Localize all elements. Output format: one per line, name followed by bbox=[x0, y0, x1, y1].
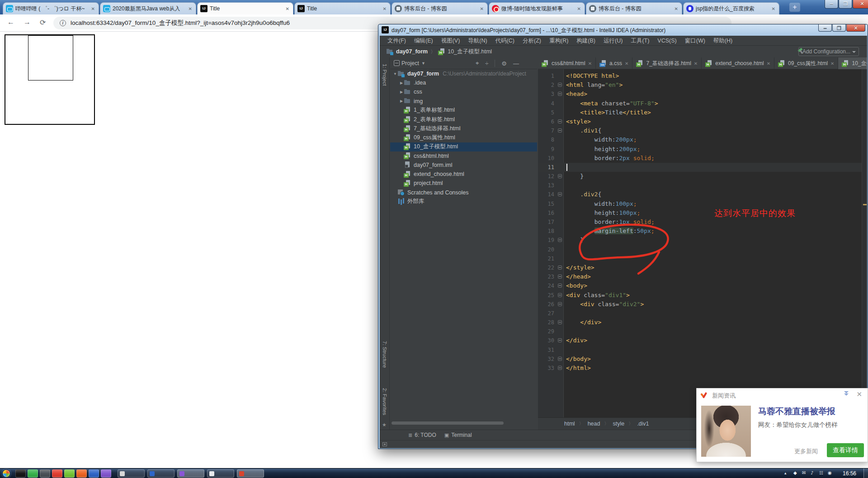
app-blue-taskbar-icon[interactable] bbox=[89, 469, 99, 478]
taskbar-window-button[interactable] bbox=[118, 469, 145, 478]
editor-tab[interactable]: extend_choose.html✕ bbox=[702, 57, 774, 69]
menu-item[interactable]: 代码(C) bbox=[491, 36, 519, 46]
code-line[interactable]: .div2{ bbox=[566, 190, 658, 199]
menu-item[interactable]: 视图(V) bbox=[437, 36, 464, 46]
tab-close-icon[interactable]: ✕ bbox=[694, 61, 698, 66]
code-line[interactable]: border:1px solid; bbox=[566, 218, 658, 227]
tree-row[interactable]: 10_盒子模型.html bbox=[390, 142, 537, 151]
tree-expander-icon[interactable]: ▶ bbox=[399, 99, 404, 103]
minimize-button[interactable]: ─ bbox=[825, 0, 838, 9]
code-line[interactable]: } bbox=[566, 172, 658, 181]
tab-close-icon[interactable]: ✕ bbox=[588, 61, 592, 66]
back-icon[interactable]: ← bbox=[7, 18, 14, 26]
tab-close-icon[interactable]: ✕ bbox=[90, 5, 96, 12]
app-red-taskbar-icon[interactable] bbox=[52, 469, 62, 478]
more-news-link[interactable]: 更多新闻 bbox=[794, 447, 818, 455]
news-title[interactable]: 马蓉不雅直播被举报 bbox=[758, 406, 835, 417]
code-line[interactable]: </html> bbox=[566, 364, 658, 373]
browser-tab[interactable]: jsp指的是什么_百度搜索✕ bbox=[683, 2, 779, 14]
tray-icon[interactable]: ✉ bbox=[802, 470, 806, 475]
ide-maximize-button[interactable]: ❐ bbox=[832, 24, 846, 32]
fold-toggle-icon[interactable] bbox=[558, 302, 562, 306]
tree-row[interactable]: day07_form.iml bbox=[390, 161, 537, 170]
editor-tab[interactable]: a.css✕ bbox=[596, 57, 632, 69]
taskbar-clock[interactable]: 16:56 bbox=[838, 470, 861, 477]
tree-row[interactable]: 1_表单标签.html bbox=[390, 106, 537, 115]
start-button[interactable] bbox=[2, 469, 10, 478]
editor-tab[interactable]: 7_基础选择器.html✕ bbox=[632, 57, 702, 69]
tree-row[interactable]: project.html bbox=[390, 179, 537, 188]
horizontal-scrollbar[interactable] bbox=[392, 421, 504, 425]
code-line[interactable]: height:200px; bbox=[566, 145, 658, 154]
menu-item[interactable]: 运行(U) bbox=[599, 36, 627, 46]
close-popup-icon[interactable]: ✕ bbox=[856, 390, 862, 398]
tab-close-icon[interactable]: ✕ bbox=[625, 61, 628, 66]
error-stripe[interactable] bbox=[862, 69, 867, 417]
code-line[interactable]: width:200px; bbox=[566, 135, 658, 144]
tab-close-icon[interactable]: ✕ bbox=[188, 5, 193, 12]
editor-tab[interactable]: 09_css属性.html✕ bbox=[774, 57, 838, 69]
breadcrumb-item[interactable]: head bbox=[588, 421, 600, 427]
fold-toggle-icon[interactable] bbox=[558, 366, 562, 370]
code-line[interactable]: <body> bbox=[566, 281, 658, 290]
navbar-project[interactable]: day07_form bbox=[396, 48, 428, 55]
tree-expander-icon[interactable]: ▶ bbox=[399, 81, 404, 85]
menu-item[interactable]: VCS(S) bbox=[653, 36, 680, 46]
fold-toggle-icon[interactable] bbox=[558, 274, 562, 279]
fold-toggle-icon[interactable] bbox=[558, 320, 562, 324]
fold-toggle-icon[interactable] bbox=[558, 92, 562, 96]
tab-close-icon[interactable]: ✕ bbox=[285, 5, 290, 12]
code-line[interactable] bbox=[566, 181, 658, 190]
tree-row[interactable]: Scratches and Consoles bbox=[390, 188, 537, 197]
code-line[interactable] bbox=[566, 309, 658, 318]
code-line[interactable]: <head> bbox=[566, 90, 658, 99]
gear-icon[interactable]: ⚙ bbox=[501, 60, 507, 67]
add-configuration-button[interactable]: Add Configuration... bbox=[798, 47, 859, 56]
app-gray-taskbar-icon[interactable] bbox=[40, 469, 50, 478]
navbar-file[interactable]: 10_盒子模型.html bbox=[448, 48, 492, 56]
news-thumbnail[interactable] bbox=[701, 406, 751, 457]
new-tab-button[interactable]: + bbox=[789, 3, 800, 12]
breadcrumb-item[interactable]: html bbox=[564, 421, 575, 427]
fold-toggle-icon[interactable] bbox=[558, 284, 562, 288]
fold-toggle-icon[interactable] bbox=[558, 192, 562, 196]
stripe-project-button[interactable]: 1: Project bbox=[382, 64, 387, 86]
code-line[interactable]: .div1{ bbox=[566, 126, 658, 135]
tree-row[interactable]: ▶.idea bbox=[390, 78, 537, 87]
browser-tab[interactable]: Title✕ bbox=[294, 2, 391, 14]
tray-icon[interactable]: ☷ bbox=[819, 470, 823, 475]
stripe-favorites-button[interactable]: 2: Favorites bbox=[382, 388, 387, 415]
tab-close-icon[interactable]: ✕ bbox=[771, 5, 776, 12]
code-text[interactable]: <!DOCTYPE html><html lang="en"><head> <m… bbox=[566, 71, 658, 373]
app-lime-taskbar-icon[interactable] bbox=[64, 469, 75, 478]
tab-close-icon[interactable]: ✕ bbox=[767, 61, 770, 66]
tree-row[interactable]: 外部库 bbox=[390, 197, 537, 206]
taskbar-window-button[interactable] bbox=[147, 469, 175, 478]
fold-toggle-icon[interactable] bbox=[558, 174, 562, 178]
code-line[interactable]: </head> bbox=[566, 272, 658, 281]
menu-item[interactable]: 重构(R) bbox=[545, 36, 572, 46]
project-panel-header[interactable]: Project ▼ ⌖ ÷ ⚙ ― bbox=[390, 57, 537, 69]
code-line[interactable]: margin-left:50px; bbox=[566, 227, 658, 236]
browser-tab[interactable]: Title✕ bbox=[197, 2, 293, 14]
fold-toggle-icon[interactable] bbox=[558, 265, 562, 270]
ide-close-button[interactable]: ✕ bbox=[846, 24, 865, 32]
code-line[interactable]: <html lang="en"> bbox=[566, 80, 658, 90]
tree-expander-icon[interactable]: ▼ bbox=[393, 72, 397, 76]
tab-close-icon[interactable]: ✕ bbox=[382, 5, 387, 12]
terminal-tool-button[interactable]: ▣ Terminal bbox=[444, 432, 472, 438]
code-line[interactable]: <div class="div1"> bbox=[566, 291, 658, 300]
tree-row[interactable]: ▶img bbox=[390, 97, 537, 106]
tree-row[interactable]: ▶css bbox=[390, 87, 537, 96]
tab-close-icon[interactable]: ✕ bbox=[674, 5, 679, 12]
locate-file-icon[interactable]: ⌖ bbox=[476, 60, 479, 67]
hide-panel-icon[interactable]: ― bbox=[513, 60, 519, 67]
code-line[interactable] bbox=[566, 327, 658, 336]
code-line[interactable]: } bbox=[566, 236, 658, 245]
menu-item[interactable]: 窗口(W) bbox=[681, 36, 709, 46]
app-orange-taskbar-icon[interactable] bbox=[76, 469, 87, 478]
tree-row[interactable]: extend_choose.html bbox=[390, 170, 537, 179]
show-desktop-button[interactable] bbox=[863, 469, 868, 478]
forward-icon[interactable]: → bbox=[24, 18, 31, 26]
tree-expander-icon[interactable]: ▶ bbox=[399, 90, 404, 94]
